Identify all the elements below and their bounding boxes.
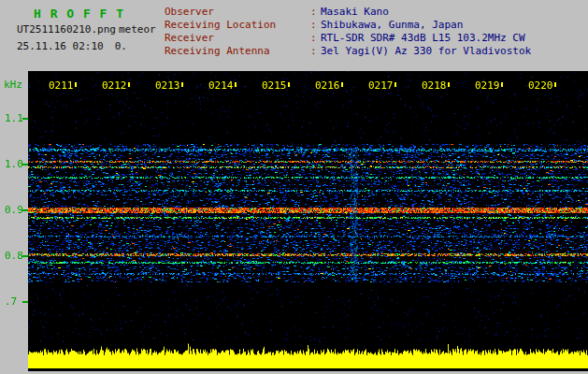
time-label: 0214 [208, 79, 234, 92]
info-value: RTL-SDR SDR# 43dB L15 103.2MHz CW [321, 32, 525, 45]
freq-tick-mark [22, 209, 28, 211]
echo-counter: 0. [115, 40, 127, 52]
info-row-receiver: Receiver : RTL-SDR SDR# 43dB L15 103.2MH… [165, 32, 531, 45]
info-separator: : [310, 32, 321, 45]
time-tick-mark [288, 82, 290, 87]
freq-tick-label: 1.1 [5, 112, 23, 124]
freq-tick-label: 1.0 [5, 158, 23, 170]
info-label: Observer [165, 6, 310, 19]
timestamp: 25.11.16 02:10 [17, 40, 104, 52]
time-label: 0212 [102, 79, 127, 92]
time-tick-mark [235, 82, 237, 87]
time-label: 0217 [368, 79, 394, 92]
freq-unit-label: kHz [4, 79, 22, 91]
app-title: H R O F F T [34, 7, 124, 21]
freq-tick-label: 0.9 [5, 204, 23, 216]
time-label: 0211 [49, 79, 74, 92]
time-tick-mark [181, 82, 183, 87]
hrofft-screen: H R O F F T UT2511160210.pngmeteor 25.11… [0, 0, 588, 374]
time-label: 0220 [528, 79, 553, 92]
freq-tick-mark [22, 118, 28, 120]
info-label: Receiving Antenna [165, 45, 310, 58]
time-label: 0215 [262, 79, 287, 92]
time-label: 0213 [155, 79, 180, 92]
freq-tick-mark [22, 164, 28, 165]
freq-tick-mark [22, 255, 28, 257]
info-separator: : [310, 45, 321, 58]
info-row-location: Receiving Location : Shibukawa, Gunma, J… [165, 19, 531, 32]
info-value: 3el Yagi(V) Az 330 for Vladivostok [321, 45, 531, 58]
time-tick-mark [448, 82, 450, 87]
time-tick-mark [341, 82, 343, 87]
time-label: 0216 [315, 79, 340, 92]
time-axis: 0211021202130214021502160217021802190220 [28, 71, 588, 371]
freq-tick-mark [22, 301, 28, 303]
file-line: UT2511160210.pngmeteor [17, 23, 156, 36]
time-label: 0218 [422, 79, 447, 92]
spectrogram-plot: 0211021202130214021502160217021802190220 [28, 71, 588, 371]
station-info: Observer : Masaki Kano Receiving Locatio… [165, 6, 531, 58]
time-tick-mark [394, 82, 396, 87]
info-row-antenna: Receiving Antenna : 3el Yagi(V) Az 330 f… [165, 45, 531, 58]
freq-tick-label: 0.8 [5, 250, 23, 262]
info-row-observer: Observer : Masaki Kano [165, 6, 531, 19]
time-tick-mark [554, 82, 556, 87]
info-separator: : [310, 6, 321, 19]
time-line: 25.11.16 02:100. [17, 40, 127, 52]
info-label: Receiver [165, 32, 310, 45]
info-value: Masaki Kano [321, 6, 389, 19]
time-tick-mark [75, 82, 77, 87]
time-label: 0219 [475, 79, 500, 92]
mode-label: meteor [119, 23, 156, 36]
info-value: Shibukawa, Gunma, Japan [321, 19, 463, 32]
info-label: Receiving Location [165, 19, 310, 32]
info-separator: : [310, 19, 321, 32]
freq-tick-label: .7 [5, 295, 17, 308]
time-tick-mark [128, 82, 130, 87]
time-tick-mark [501, 82, 503, 87]
filename: UT2511160210.png [17, 23, 116, 36]
